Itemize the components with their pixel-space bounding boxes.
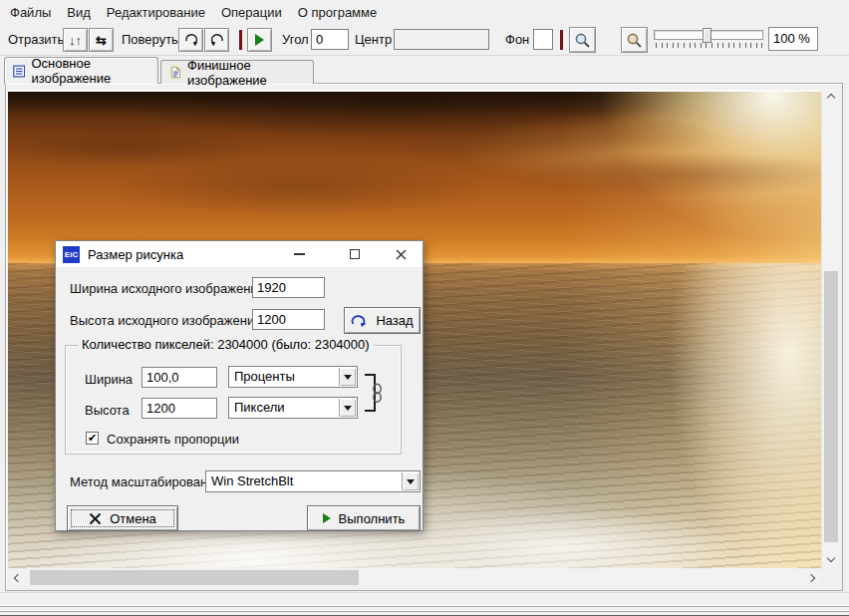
scroll-up-button[interactable]: [822, 90, 840, 106]
source-height-input[interactable]: [252, 309, 325, 330]
scaling-method-value: Win StretchBlt: [211, 473, 293, 488]
rotate-cw-button[interactable]: [178, 28, 203, 52]
keep-proportions-checkbox[interactable]: ✔: [86, 432, 99, 445]
height-input[interactable]: [142, 398, 217, 419]
height-unit-combobox[interactable]: Пиксели: [228, 397, 358, 419]
execute-button-label: Выполнить: [339, 511, 406, 526]
angle-label: Угол: [282, 32, 309, 47]
vertical-scrollbar-thumb[interactable]: [824, 271, 838, 542]
background-color-swatch[interactable]: [533, 29, 553, 50]
scaling-method-label: Метод масштабирования: [70, 474, 222, 489]
zoom-slider-ticks: [656, 43, 762, 48]
angle-input[interactable]: [311, 29, 349, 50]
flip-horizontal-icon: ⇆: [96, 34, 107, 47]
horizontal-scrollbar-thumb[interactable]: [30, 570, 359, 585]
vertical-scrollbar[interactable]: [821, 90, 839, 566]
magnifier-icon: [626, 32, 643, 49]
scroll-left-button[interactable]: [10, 569, 26, 586]
status-bar: [0, 592, 849, 616]
tab-label: Основное изображение: [31, 56, 149, 86]
dialog-title: Размер рисунка: [88, 247, 183, 262]
chevron-down-icon: [827, 554, 835, 562]
rotate-section-label: Поверуть: [122, 32, 178, 47]
menu-operations[interactable]: Операции: [213, 1, 290, 24]
pixel-count-group: Количество пикселей: 2304000 (было: 2304…: [65, 345, 402, 455]
menu-about[interactable]: О программе: [290, 1, 386, 24]
menu-bar: Файлы Вид Редактирование Операции О прог…: [0, 0, 849, 24]
scroll-right-button[interactable]: [803, 569, 819, 586]
toolbar-separator: [560, 30, 563, 50]
background-label: Фон: [505, 32, 529, 47]
dropdown-button[interactable]: [402, 472, 419, 490]
back-button-label: Назад: [376, 313, 413, 328]
cancel-button-label: Отмена: [110, 511, 156, 526]
status-groove: [0, 606, 849, 607]
flip-section-label: Отразить: [8, 32, 64, 47]
zoom-slider-thumb[interactable]: [703, 28, 711, 43]
keep-proportions-label: Сохранять пропорции: [107, 432, 239, 447]
menu-view[interactable]: Вид: [59, 1, 99, 24]
cancel-x-icon: [89, 512, 102, 525]
tab-final-image[interactable]: Финишное изображение: [160, 60, 314, 84]
tab-main-image[interactable]: Основное изображение: [4, 57, 158, 84]
chain-link-icon: [371, 383, 384, 404]
source-width-label: Ширина исходного изображения: [70, 281, 265, 296]
app-logo-icon: EiC: [63, 246, 80, 263]
width-unit-combobox[interactable]: Проценты: [228, 366, 358, 388]
status-groove: [0, 611, 849, 612]
maximize-button[interactable]: [340, 243, 370, 265]
menu-edit[interactable]: Редактирование: [99, 1, 213, 24]
dialog-titlebar[interactable]: EiC Размер рисунка: [56, 241, 423, 268]
flip-horizontal-button[interactable]: ⇆: [89, 28, 114, 52]
play-icon: [255, 34, 264, 46]
toolbar-separator: [239, 30, 242, 50]
zoom-percentage-display: 100 %: [768, 27, 818, 51]
dropdown-button[interactable]: [339, 399, 356, 417]
minimize-icon: [294, 253, 305, 255]
main-image-tab-icon: [13, 64, 25, 79]
undo-arrow-icon: [351, 314, 368, 327]
close-icon: [396, 249, 407, 260]
rotate-cw-icon: [183, 32, 199, 48]
dropdown-arrow-icon: [344, 406, 352, 415]
toolbar: Отразить ↓↑ ⇆ Поверуть Угол Центр Фон: [0, 24, 849, 56]
magnifier-icon: [574, 32, 591, 49]
horizontal-scrollbar[interactable]: [10, 569, 819, 586]
maximize-icon: [350, 249, 360, 259]
dropdown-button[interactable]: [339, 368, 356, 386]
width-label: Ширина: [85, 372, 133, 387]
close-button[interactable]: [386, 243, 416, 265]
pixel-count-group-title: Количество пикселей: 2304000 (было: 2304…: [78, 337, 374, 352]
apply-rotation-button[interactable]: [247, 28, 272, 52]
rotate-ccw-button[interactable]: [204, 28, 229, 52]
final-image-tab-icon: [169, 65, 181, 80]
zoom-reset-button[interactable]: [621, 27, 648, 53]
flip-vertical-icon: ↓↑: [69, 34, 82, 47]
execute-play-icon: [323, 513, 331, 523]
back-button[interactable]: Назад: [344, 307, 421, 334]
cancel-button[interactable]: Отмена: [67, 505, 178, 531]
menu-files[interactable]: Файлы: [2, 1, 59, 24]
zoom-tool-button[interactable]: [569, 27, 596, 53]
width-unit-value: Проценты: [234, 369, 295, 384]
source-width-input[interactable]: [252, 277, 325, 298]
tab-label: Финишное изображение: [187, 58, 305, 88]
chevron-up-icon: [827, 94, 835, 102]
dropdown-arrow-icon: [407, 479, 415, 488]
rotate-ccw-icon: [209, 32, 225, 48]
height-unit-value: Пиксели: [234, 400, 285, 415]
sky-clouds: [8, 92, 821, 263]
width-input[interactable]: [142, 367, 217, 388]
check-icon: ✔: [88, 432, 97, 445]
chevron-right-icon: [807, 573, 815, 581]
flip-vertical-button[interactable]: ↓↑: [63, 28, 88, 52]
chevron-left-icon: [14, 573, 22, 581]
height-label: Высота: [85, 403, 130, 418]
center-input: [394, 29, 489, 50]
scaling-method-combobox[interactable]: Win StretchBlt: [205, 470, 421, 492]
execute-button[interactable]: Выполнить: [307, 505, 421, 531]
scroll-down-button[interactable]: [822, 550, 840, 566]
dropdown-arrow-icon: [344, 375, 352, 384]
minimize-button[interactable]: [284, 243, 314, 265]
center-label: Центр: [355, 32, 392, 47]
